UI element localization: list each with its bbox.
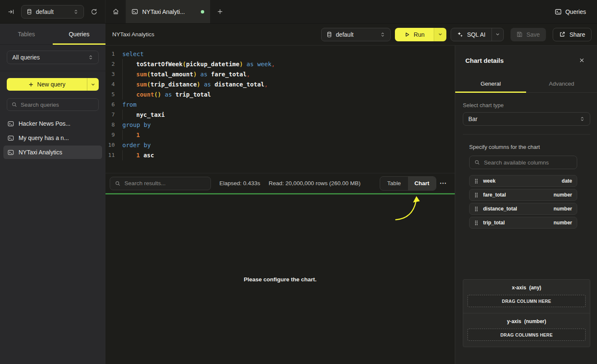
panel-header: Chart details bbox=[455, 46, 597, 75]
code-line[interactable]: 91 bbox=[105, 130, 455, 140]
sidebar-query-item[interactable]: NYTaxi Analytics bbox=[3, 146, 102, 159]
new-query-label: New query bbox=[37, 81, 65, 88]
columns-search-input[interactable] bbox=[484, 159, 572, 166]
run-button-label: Run bbox=[414, 31, 425, 38]
tab-general[interactable]: General bbox=[455, 75, 526, 92]
drag-handle-icon[interactable] bbox=[474, 220, 478, 226]
top-bar: default NYTaxi Analyti... Queries bbox=[0, 0, 597, 24]
code-line[interactable]: 1select bbox=[105, 49, 455, 59]
refresh-button[interactable] bbox=[89, 7, 99, 17]
save-icon bbox=[516, 31, 523, 38]
column-name: week bbox=[483, 178, 495, 184]
column-row[interactable]: trip_totalnumber bbox=[469, 217, 577, 229]
indent-guide bbox=[122, 150, 136, 160]
queries-button[interactable]: Queries bbox=[555, 8, 586, 15]
terminal-icon bbox=[8, 149, 14, 156]
sql-ai-split-button: SQL AI bbox=[451, 28, 504, 41]
code-text: count() as trip_total bbox=[122, 89, 211, 100]
code-line[interactable]: 10order by bbox=[105, 140, 455, 150]
code-text: 1 bbox=[122, 130, 140, 140]
x-axis-drop-zone[interactable]: DRAG COLUMN HERE bbox=[467, 295, 586, 307]
column-row[interactable]: distance_totalnumber bbox=[469, 203, 577, 215]
chevron-updown-icon bbox=[380, 32, 385, 37]
column-type: number bbox=[554, 206, 572, 212]
elapsed-time: Elapsed: 0.433s bbox=[219, 180, 260, 186]
collapse-sidebar-button[interactable] bbox=[6, 7, 16, 17]
home-button[interactable] bbox=[105, 0, 126, 23]
query-filter-select[interactable]: All queries bbox=[7, 51, 99, 64]
tab-advanced[interactable]: Advanced bbox=[526, 75, 597, 92]
close-icon bbox=[579, 57, 585, 63]
sidebar: Tables Queries All queries New query Hac… bbox=[0, 24, 105, 364]
query-filter-value: All queries bbox=[12, 54, 40, 61]
terminal-icon bbox=[132, 8, 138, 15]
share-button[interactable]: Share bbox=[553, 28, 592, 41]
line-number: 8 bbox=[105, 120, 115, 130]
query-search-input[interactable] bbox=[21, 102, 95, 108]
panel-body: Select chart type Bar Specify columns fo… bbox=[455, 93, 597, 229]
code-line[interactable]: 111 asc bbox=[105, 150, 455, 160]
view-toggle-table[interactable]: Table bbox=[380, 177, 408, 190]
indent-guide bbox=[122, 69, 136, 79]
topbar-database-selector[interactable]: default bbox=[21, 5, 84, 19]
sql-ai-dropdown-button[interactable] bbox=[492, 28, 503, 41]
code-line[interactable]: 4sum(trip_distance) as distance_total, bbox=[105, 79, 455, 89]
new-query-dropdown-button[interactable] bbox=[87, 78, 99, 91]
drag-handle-icon[interactable] bbox=[474, 206, 478, 212]
column-name: distance_total bbox=[483, 206, 517, 212]
line-number: 5 bbox=[105, 89, 115, 100]
line-number: 2 bbox=[105, 59, 115, 69]
close-panel-button[interactable] bbox=[577, 56, 586, 65]
drag-handle-icon[interactable] bbox=[474, 178, 478, 184]
sidebar-query-item[interactable]: Hacker News Pos... bbox=[3, 117, 102, 130]
toolbar-database-selector[interactable]: default bbox=[321, 28, 391, 41]
tab-nytaxi-analytics[interactable]: NYTaxi Analyti... bbox=[126, 0, 210, 23]
column-row[interactable]: weekdate bbox=[469, 175, 577, 187]
topbar-left-section: default bbox=[0, 0, 105, 23]
y-axis-drop-zone[interactable]: DRAG COLUMNS HERE bbox=[467, 329, 586, 341]
run-button[interactable]: Run bbox=[395, 28, 434, 41]
tab-tables[interactable]: Tables bbox=[0, 24, 53, 44]
view-toggle-chart[interactable]: Chart bbox=[408, 177, 436, 190]
new-tab-button[interactable] bbox=[210, 0, 230, 23]
refresh-icon bbox=[91, 8, 97, 15]
new-query-button[interactable]: New query bbox=[7, 78, 87, 91]
sidebar-tabs: Tables Queries bbox=[0, 24, 105, 45]
chart-empty-message: Please configure the chart. bbox=[244, 276, 317, 283]
toolbar-actions: default Run SQL AI bbox=[321, 28, 592, 41]
topbar-database-value: default bbox=[36, 8, 54, 15]
panel-title: Chart details bbox=[465, 57, 504, 64]
column-row[interactable]: fare_totalnumber bbox=[469, 189, 577, 201]
sql-editor[interactable]: 1select2toStartOfWeek(pickup_datetime) a… bbox=[105, 46, 455, 173]
code-line[interactable]: 2toStartOfWeek(pickup_datetime) as week, bbox=[105, 59, 455, 69]
x-axis-section: x-axis(any) DRAG COLUMN HERE bbox=[463, 280, 590, 313]
code-line[interactable]: 6from bbox=[105, 100, 455, 110]
chart-type-select[interactable]: Bar bbox=[463, 112, 590, 126]
code-line[interactable]: 7nyc_taxi bbox=[105, 110, 455, 120]
sidebar-query-item[interactable]: My query has a n... bbox=[3, 131, 102, 145]
chevron-down-icon bbox=[91, 82, 95, 87]
code-line[interactable]: 8group by bbox=[105, 120, 455, 130]
run-options-button[interactable] bbox=[434, 28, 446, 41]
chevron-updown-icon bbox=[88, 55, 93, 60]
code-line[interactable]: 5count() as trip_total bbox=[105, 89, 455, 100]
results-search-input[interactable] bbox=[124, 180, 206, 186]
line-number: 7 bbox=[105, 110, 115, 120]
more-options-button[interactable]: ••• bbox=[436, 177, 451, 190]
collapse-sidebar-icon bbox=[8, 8, 14, 15]
code-text: nyc_taxi bbox=[122, 110, 165, 120]
sql-ai-button[interactable]: SQL AI bbox=[451, 28, 492, 41]
tab-queries[interactable]: Queries bbox=[53, 24, 105, 44]
topbar-right-section: Queries bbox=[555, 0, 597, 23]
unsaved-changes-dot bbox=[201, 10, 204, 13]
code-line[interactable]: 3sum(total_amount) as fare_total, bbox=[105, 69, 455, 79]
query-item-label: NYTaxi Analytics bbox=[19, 149, 62, 156]
save-button[interactable]: Save bbox=[511, 28, 546, 41]
code-text: toStartOfWeek(pickup_datetime) as week, bbox=[122, 59, 275, 69]
drag-handle-icon[interactable] bbox=[474, 192, 478, 198]
query-filter-section: All queries bbox=[0, 45, 105, 71]
chart-type-value: Bar bbox=[468, 116, 478, 122]
plus-icon bbox=[28, 82, 34, 87]
chevron-updown-icon bbox=[580, 116, 585, 121]
indent-guide bbox=[122, 79, 136, 89]
